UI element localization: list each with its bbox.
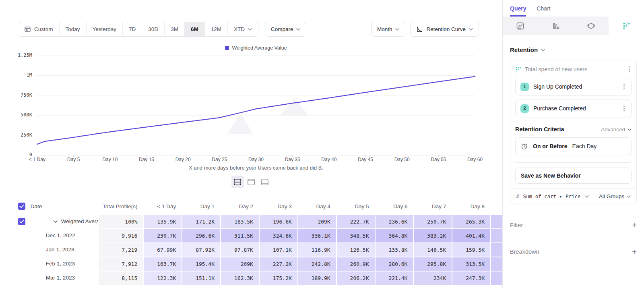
column-header-1-day: < 1 Day bbox=[143, 198, 182, 214]
tab-chart[interactable]: Chart bbox=[537, 5, 550, 17]
compare-button[interactable]: Compare bbox=[265, 22, 307, 37]
range-6m[interactable]: 6M bbox=[185, 22, 205, 36]
table-header-row: DateTotal Profile(s)< 1 DayDay 1Day 2Day… bbox=[0, 198, 502, 214]
value-cell: 159.5K bbox=[452, 242, 490, 257]
compare-label: Compare bbox=[271, 26, 293, 32]
range-xtd[interactable]: XTD bbox=[228, 22, 258, 36]
value-cell: 133.8K bbox=[375, 242, 413, 257]
value-cell: 265.3K bbox=[452, 214, 490, 228]
range-12m[interactable]: 12M bbox=[205, 22, 228, 36]
retention-section-dropdown[interactable]: Retention bbox=[510, 46, 637, 53]
y-axis-label: 1.25M bbox=[9, 52, 32, 58]
overflow-cell bbox=[490, 242, 502, 257]
kebab-menu-icon[interactable] bbox=[622, 82, 626, 91]
divider bbox=[515, 162, 632, 163]
x-axis-label: Day 30 bbox=[248, 157, 264, 162]
behavior-title: Total spend of new users bbox=[525, 66, 587, 73]
property-selector[interactable]: Sum of cart ▸ Price bbox=[523, 193, 581, 199]
chart-type-button[interactable]: Retention Curve bbox=[410, 22, 479, 37]
range-yesterday[interactable]: Yesterday bbox=[87, 22, 123, 36]
granularity-button[interactable]: Month bbox=[371, 22, 406, 37]
table-row: Dec 1, 20229,916230.7K296.6K311.5K324.6K… bbox=[0, 228, 502, 242]
x-axis-caption: X and more days before your Users came b… bbox=[0, 165, 512, 171]
save-as-new-behavior-button[interactable]: Save as New Behavior bbox=[515, 168, 632, 184]
value-cell: 206.2K bbox=[336, 271, 375, 285]
add-filter-button[interactable]: + bbox=[632, 221, 637, 229]
kebab-menu-icon[interactable] bbox=[622, 104, 626, 113]
behavior-step-row[interactable]: 1Sign Up Completed bbox=[515, 78, 632, 95]
value-cell: 162.3K bbox=[220, 271, 259, 285]
group-label: All Groups bbox=[599, 193, 624, 199]
value-cell: 116.9K bbox=[297, 242, 336, 257]
tab-query[interactable]: Query bbox=[510, 5, 526, 17]
step-event-label: Sign Up Completed bbox=[533, 83, 582, 90]
x-axis-label: Day 15 bbox=[139, 157, 154, 162]
granularity-label: Month bbox=[377, 26, 392, 32]
value-cell: 260.9K bbox=[336, 257, 375, 271]
profiles-cell: 7,219 bbox=[98, 242, 143, 257]
report-type-retention-icon[interactable] bbox=[609, 17, 644, 35]
measurement-row: # Sum of cart ▸ Price All Groups bbox=[510, 189, 636, 204]
table-row: Jan 1, 20237,21967.99K87.92K97.87K107.1K… bbox=[0, 242, 502, 257]
column-header-day-2: Day 2 bbox=[220, 198, 259, 214]
criteria-card[interactable]: On or Before Each Day bbox=[515, 137, 632, 155]
range-today[interactable]: Today bbox=[60, 22, 87, 36]
filter-label: Filter bbox=[510, 222, 523, 228]
filter-row: Filter + bbox=[510, 221, 637, 229]
value-cell: 311.5K bbox=[220, 228, 259, 242]
y-axis-label: 1M bbox=[9, 72, 32, 78]
overflow-cell bbox=[490, 214, 502, 228]
range-label: 6M bbox=[191, 26, 198, 32]
step-event-label: Purchase Completed bbox=[533, 105, 586, 112]
report-type-strip bbox=[503, 17, 644, 35]
toggle-chart-only-view[interactable] bbox=[245, 176, 258, 188]
criteria-mode-label: Advanced bbox=[601, 126, 625, 133]
row-select-cell bbox=[0, 214, 31, 228]
value-cell: 383.2K bbox=[413, 228, 452, 242]
report-type-flows-icon[interactable] bbox=[574, 17, 609, 35]
value-cell: 247.3K bbox=[452, 271, 490, 285]
table-row: Mar 1, 20238,115122.3K151.1K162.3K175.2K… bbox=[0, 271, 502, 285]
kebab-menu-icon[interactable] bbox=[627, 65, 632, 74]
advanced-dropdown[interactable]: Advanced bbox=[601, 126, 632, 133]
group-selector[interactable]: All Groups bbox=[599, 193, 631, 199]
row-expander-icon[interactable] bbox=[54, 220, 58, 223]
chart-plot-svg bbox=[0, 52, 502, 173]
value-cell: 242.8K bbox=[297, 257, 336, 271]
value-cell: 171.2K bbox=[182, 214, 220, 228]
behavior-step-row[interactable]: 2Purchase Completed bbox=[515, 99, 632, 117]
range-7d[interactable]: 7D bbox=[123, 22, 142, 36]
row-date-cell: Weighted Average ... bbox=[31, 214, 98, 228]
legend-swatch bbox=[225, 46, 229, 50]
value-cell: 296.6K bbox=[182, 228, 220, 242]
value-cell: 122.3K bbox=[143, 271, 182, 285]
range-custom[interactable]: Custom bbox=[18, 22, 60, 36]
value-cell: 67.99K bbox=[143, 242, 182, 257]
add-breakdown-button[interactable]: + bbox=[632, 248, 637, 256]
value-cell: 196.6K bbox=[259, 214, 297, 228]
report-type-insights-icon[interactable] bbox=[503, 17, 538, 35]
range-label: Yesterday bbox=[93, 26, 117, 32]
toggle-split-view[interactable] bbox=[231, 176, 244, 188]
retention-criteria-row: Retention Criteria Advanced bbox=[515, 126, 632, 133]
range-30d[interactable]: 30D bbox=[142, 22, 165, 36]
column-header-day-4: Day 4 bbox=[297, 198, 336, 214]
range-label: 12M bbox=[211, 26, 221, 32]
toggle-table-only-view[interactable] bbox=[259, 176, 271, 188]
range-3m[interactable]: 3M bbox=[165, 22, 185, 36]
retention-line bbox=[37, 77, 475, 144]
value-cell: 146.5K bbox=[413, 242, 452, 257]
column-header-day-6: Day 6 bbox=[375, 198, 413, 214]
range-label: XTD bbox=[234, 26, 245, 32]
range-label: Today bbox=[66, 26, 80, 32]
x-axis-label: Day 60 bbox=[467, 157, 483, 162]
row-checkbox[interactable] bbox=[18, 218, 25, 225]
value-cell: 175.2K bbox=[259, 271, 297, 285]
report-type-funnels-icon[interactable] bbox=[538, 17, 574, 35]
value-cell: 107.1K bbox=[259, 242, 297, 257]
table-row: Feb 1, 20237,912163.7K195.4K209K227.2K24… bbox=[0, 257, 502, 271]
select-all-checkbox[interactable] bbox=[18, 203, 25, 210]
step-number-badge: 2 bbox=[520, 104, 529, 113]
x-axis-label: Day 10 bbox=[102, 157, 118, 162]
chart-legend: Weighted Average Value bbox=[0, 45, 512, 51]
